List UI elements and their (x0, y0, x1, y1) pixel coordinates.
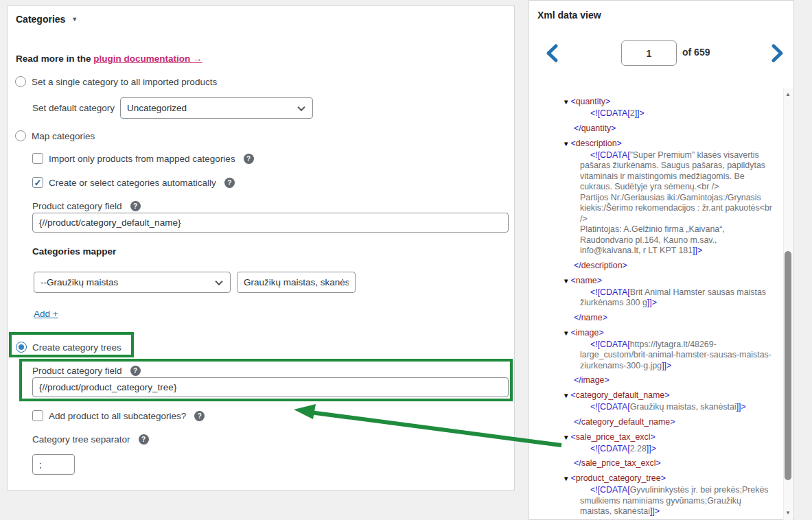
checkbox-subcategories[interactable] (32, 410, 43, 421)
node-toggle-icon[interactable]: ▼ (563, 140, 569, 147)
field-label-row-default: Product category field ? (32, 201, 141, 211)
xml-punct: > (670, 417, 675, 427)
plugin-documentation-link[interactable]: plugin documentation → (93, 54, 202, 64)
xml-open-tag: ▼<sale_price_tax_excl> (563, 432, 772, 443)
prev-page-chevron-icon[interactable] (544, 43, 561, 63)
xml-punct: > (604, 375, 609, 385)
xml-punct: < (570, 432, 575, 442)
help-icon[interactable]: ? (244, 154, 254, 164)
xml-cdata: <![CDATA[2]]> (580, 108, 772, 119)
help-icon[interactable]: ? (224, 178, 235, 188)
chevron-down-icon (297, 103, 305, 110)
product-category-field-input-default[interactable] (32, 213, 509, 233)
xml-tag-name: description (581, 261, 623, 270)
cdata-open: <![CDATA[ (590, 150, 630, 160)
xml-close-tag: </category_default_name> (574, 416, 772, 427)
xml-punct: < (570, 276, 575, 285)
xml-tag-name: image (581, 375, 605, 385)
xml-node: ▼<sale_price_tax_excl><![CDATA[2.28]]></… (563, 432, 772, 469)
xml-punct: > (605, 97, 610, 106)
node-toggle-icon[interactable]: ▼ (563, 329, 569, 337)
field-wrap-default (32, 213, 509, 233)
xml-open-tag: ▼<category_default_name> (563, 390, 772, 401)
node-toggle-icon[interactable]: ▼ (563, 98, 569, 106)
next-page-chevron-icon[interactable] (769, 43, 785, 63)
help-icon[interactable]: ? (194, 411, 205, 421)
default-category-value: Uncategorized (127, 103, 187, 113)
radio-create-trees[interactable] (16, 342, 27, 353)
mapper-select-value: --Graužikų maistas (40, 277, 118, 287)
checkbox-row-create-auto[interactable]: ✓ Create or select categories automatica… (32, 177, 235, 188)
help-icon[interactable]: ? (130, 366, 141, 376)
cdata-open: <![CDATA[ (590, 287, 630, 297)
radio-row-single-category[interactable]: Set a single category to all imported pr… (15, 76, 217, 87)
page: Categories ▼ Read more in the plugin doc… (0, 0, 812, 520)
default-category-select[interactable]: Uncategorized (120, 97, 313, 119)
xml-punct: < (570, 390, 575, 400)
xml-punct: > (664, 390, 669, 400)
xml-cdata: <![CDATA[”Super Premium” klasės visavert… (580, 150, 772, 257)
xml-scrollbar-thumb[interactable] (785, 251, 791, 480)
radio-map-categories[interactable] (15, 130, 26, 141)
node-toggle-icon[interactable]: ▼ (563, 392, 569, 399)
xml-tag-name: category_default_name (576, 390, 665, 400)
node-toggle-icon[interactable]: ▼ (563, 475, 569, 482)
xml-tag-name: image (576, 328, 599, 338)
cdata-close: ]]> (635, 108, 645, 118)
xml-tag-name: name (581, 313, 603, 322)
panel-title: Categories (16, 14, 65, 25)
xml-tag-name: category_default_name (581, 417, 671, 427)
checkbox-create-auto[interactable]: ✓ (32, 177, 43, 188)
node-toggle-icon[interactable]: ▼ (563, 277, 569, 285)
xml-node: ▼<product_category_tree><![CDATA[Gyvulin… (563, 473, 772, 520)
separator-input[interactable] (32, 454, 75, 475)
panel-title-row[interactable]: Categories ▼ (16, 14, 78, 25)
cdata-close: ]]> (736, 402, 746, 412)
xml-close-tag: </quantity> (574, 123, 772, 134)
checkbox-row-subcategories[interactable]: Add product to all subcategories? ? (32, 410, 205, 421)
xml-punct: > (611, 123, 616, 133)
radio-single-category[interactable] (15, 76, 26, 87)
xml-punct: > (617, 139, 622, 148)
categories-panel: Categories ▼ Read more in the plugin doc… (7, 5, 515, 491)
xml-node: ▼<category_default_name><![CDATA[Graužik… (563, 390, 772, 427)
field-wrap-tree (32, 377, 509, 397)
xml-punct: </ (574, 375, 581, 385)
scrollbar-up-icon[interactable]: ▲ (783, 90, 793, 99)
xml-punct: < (570, 473, 575, 483)
mapper-select[interactable]: --Graužikų maistas (34, 272, 231, 293)
checkbox-import-mapped[interactable] (32, 153, 43, 164)
xml-node: ▼<name><![CDATA[Brit Animal Hamster saus… (563, 275, 772, 323)
scrollbar-down-icon[interactable]: ▼ (783, 508, 793, 518)
xml-punct: </ (574, 313, 581, 322)
cdata-text: 2 (630, 108, 635, 118)
xml-punct: < (570, 328, 575, 338)
cdata-text: ”Super Premium” klasės visavertis pašara… (580, 150, 774, 256)
product-category-field-input-tree[interactable] (32, 377, 509, 397)
node-toggle-icon[interactable]: ▼ (563, 434, 569, 441)
help-icon[interactable]: ? (130, 201, 141, 211)
collapse-caret-icon[interactable]: ▼ (71, 16, 78, 23)
checkbox-row-import-mapped[interactable]: Import only products from mapped categor… (32, 153, 254, 164)
radio-row-map-categories[interactable]: Map categories (15, 130, 95, 141)
separator-label: Category tree separator (32, 434, 130, 445)
radio-map-categories-label: Map categories (32, 131, 95, 141)
xml-close-tag: </sale_price_tax_excl> (574, 458, 772, 469)
xml-node: ▼<image><![CDATA[https://lytagra.lt/4826… (563, 327, 772, 386)
xml-tag-name: sale_price_tax_excl (581, 458, 656, 468)
page-number-input[interactable] (621, 40, 677, 66)
xml-punct: > (623, 261, 627, 270)
xml-punct: > (661, 473, 666, 483)
xml-open-tag: ▼<name> (563, 275, 772, 287)
xml-tag-name: quantity (581, 123, 611, 133)
categories-mapper-title: Categories mapper (32, 246, 116, 257)
help-icon[interactable]: ? (139, 434, 149, 445)
mapper-category-input[interactable] (237, 272, 356, 293)
checkmark-icon: ✓ (34, 178, 42, 187)
radio-row-create-trees[interactable]: Create category trees (16, 342, 121, 353)
read-more-prefix: Read more in the (16, 54, 91, 64)
chevron-down-icon (215, 277, 222, 285)
xml-punct: < (570, 139, 575, 148)
xml-punct: > (656, 458, 661, 468)
add-mapping-link[interactable]: Add + (34, 309, 58, 319)
